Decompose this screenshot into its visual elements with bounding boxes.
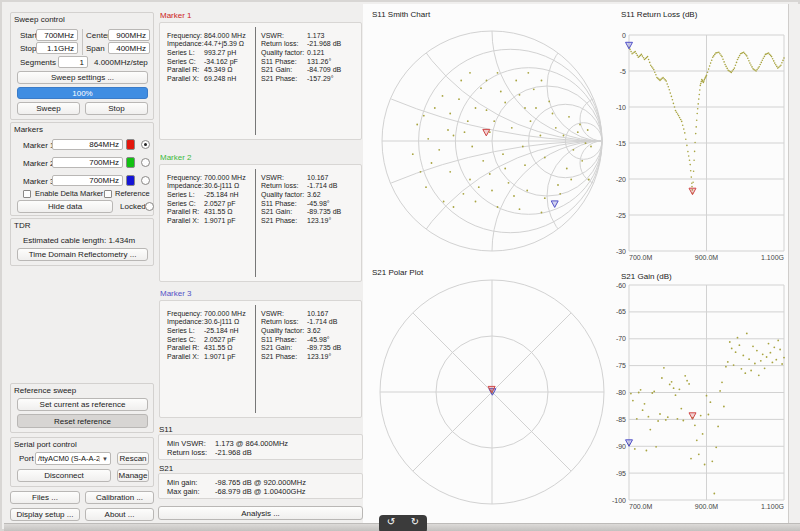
field-row: Return loss:-1.714 dB	[261, 318, 341, 327]
field-row: Frequency:864.000 MHz	[167, 31, 255, 40]
field-row: Parallel X:1.9071 pF	[167, 352, 255, 361]
locked-label: Locked	[120, 202, 146, 211]
disconnect-button[interactable]: Disconnect	[17, 469, 111, 482]
stop-input[interactable]: 1.1GHz	[36, 42, 78, 54]
port-label: Port	[19, 454, 34, 463]
sweep-control-group: Sweep control Start 700MHz Center 900MHz…	[10, 12, 154, 120]
field-row: Parallel R:431.55 Ω	[167, 343, 255, 352]
field-row: Impedance:30.6-j111 Ω	[167, 318, 255, 327]
center-input[interactable]: 900MHz	[108, 29, 150, 41]
svg-text:700.0M: 700.0M	[629, 503, 653, 510]
s11-summary-title: S11	[159, 425, 173, 434]
svg-text:-70: -70	[616, 335, 626, 342]
tdr-button[interactable]: Time Domain Reflectometry ...	[17, 248, 148, 261]
field-row: Quality factor:3.62	[261, 326, 341, 335]
sweep-settings-button[interactable]: Sweep settings ...	[17, 71, 148, 84]
field-row: Min gain:-98.765 dB @ 920.000MHz	[167, 478, 362, 487]
center-label: Center	[86, 31, 110, 40]
marker-3-color-swatch[interactable]	[126, 175, 135, 186]
svg-text:-10: -10	[616, 104, 626, 111]
marker-3-label: Marker 3	[23, 177, 55, 186]
stop-button[interactable]: Stop	[85, 102, 148, 115]
svg-text:-65: -65	[616, 308, 626, 315]
marker-2-frequency-input[interactable]: 700MHz	[52, 157, 123, 168]
field-row: Parallel X:1.9071 pF	[167, 216, 255, 225]
manage-button[interactable]: Manage	[117, 469, 149, 482]
field-row: Series C:-34.162 pF	[167, 57, 255, 66]
svg-text:700.0M: 700.0M	[629, 254, 653, 261]
field-row: VSWR:10.167	[261, 309, 341, 318]
analysis-button[interactable]: Analysis ...	[158, 506, 363, 520]
field-row: Impedance:30.6-j111 Ω	[167, 182, 255, 191]
span-label: Span	[86, 44, 105, 53]
rescan-button[interactable]: Rescan	[117, 452, 149, 465]
field-row: Return loss:-1.714 dB	[261, 182, 341, 191]
s21-polar-plot[interactable]	[365, 266, 623, 524]
marker-3-panel: Frequency:700.000 MHzImpedance:30.6-j111…	[159, 300, 362, 418]
segments-input[interactable]: 1	[58, 56, 88, 68]
marker-2-radio[interactable]	[141, 158, 150, 167]
hide-data-button[interactable]: Hide data	[17, 200, 113, 213]
field-row: Parallel R:431.55 Ω	[167, 207, 255, 216]
svg-text:900.0M: 900.0M	[695, 254, 719, 261]
marker-2-label: Marker 2	[23, 159, 55, 168]
field-row: Series L:-25.184 nH	[167, 326, 255, 335]
field-row: S11 Phase:131.26°	[261, 57, 341, 66]
field-row: Quality factor:0.121	[261, 48, 341, 57]
tdr-title: TDR	[14, 221, 30, 230]
reference-checkbox[interactable]	[104, 190, 112, 198]
start-input[interactable]: 700MHz	[36, 29, 78, 41]
set-reference-button[interactable]: Set current as reference	[17, 398, 148, 411]
marker-2-color-swatch[interactable]	[126, 157, 135, 168]
field-row: S21 Phase:123.19°	[261, 216, 341, 225]
svg-text:-90: -90	[616, 443, 626, 450]
reset-reference-button[interactable]: Reset reference	[17, 414, 148, 428]
chevron-down-icon[interactable]: ▼	[99, 456, 110, 462]
svg-text:-30: -30	[616, 248, 626, 255]
serial-port-group: Serial port control Port /ttyACM0 (S-A-A…	[10, 437, 154, 487]
field-row: S21 Gain:-84.709 dB	[261, 65, 341, 74]
bottom-toolbar[interactable]: ↺ ↻	[379, 515, 427, 531]
svg-text:900.0M: 900.0M	[695, 503, 719, 510]
port-combo-value: /ttyACM0 (S-A-A-2)	[36, 454, 99, 463]
field-row: S21 Phase:123.19°	[261, 352, 341, 361]
calibration-button[interactable]: Calibration ...	[85, 491, 154, 504]
sweep-button[interactable]: Sweep	[17, 102, 80, 115]
marker-1-frequency-input[interactable]: 864MHz	[52, 139, 123, 150]
field-row: S11 Phase:-45.98°	[261, 199, 341, 208]
locked-radio[interactable]	[145, 202, 154, 211]
field-row: Parallel X:69.248 nH	[167, 74, 255, 83]
panel-divider	[255, 27, 256, 135]
marker-2-panel-title: Marker 2	[160, 153, 192, 162]
field-row: Series L:993.27 pH	[167, 48, 255, 57]
field-row: Quality factor:3.62	[261, 190, 341, 199]
marker-1-panel-title: Marker 1	[160, 11, 192, 20]
marker-3-radio[interactable]	[141, 176, 150, 185]
marker-1-radio[interactable]	[141, 140, 150, 149]
app-window: Sweep control Start 700MHz Center 900MHz…	[0, 0, 800, 531]
undo-icon[interactable]: ↺	[387, 516, 395, 528]
s11-smith-chart[interactable]	[365, 4, 623, 266]
files-button[interactable]: Files ...	[10, 491, 80, 504]
markers-group: Markers Marker 1 864MHz Marker 2 700MHz …	[10, 122, 154, 216]
about-button[interactable]: About ...	[85, 508, 154, 521]
port-combo[interactable]: /ttyACM0 (S-A-A-2) ▼	[35, 452, 111, 465]
s11-return-loss-chart[interactable]: 0-5-10-15-20-25-30700.0M900.0M1.100G	[610, 4, 790, 266]
s21-summary-box: Min gain:-98.765 dB @ 920.000MHzMax gain…	[158, 473, 363, 499]
s21-gain-chart[interactable]: -60-65-70-75-80-85-90-95-100700.0M900.0M…	[610, 266, 790, 524]
redo-icon[interactable]: ↻	[411, 516, 419, 528]
cable-length-label: Estimated cable length: 1.434m	[23, 236, 135, 245]
marker-1-panel: Frequency:864.000 MHzImpedance:44.7+j5.3…	[159, 22, 362, 140]
display-setup-button[interactable]: Display setup ...	[10, 508, 80, 521]
field-row: Impedance:44.7+j5.39 Ω	[167, 40, 255, 49]
marker-3-panel-title: Marker 3	[160, 289, 192, 298]
marker-3-frequency-input[interactable]: 700MHz	[52, 175, 123, 186]
svg-text:-15: -15	[616, 140, 626, 147]
marker-2-panel: Frequency:700.000 MHzImpedance:30.6-j111…	[159, 164, 362, 282]
marker-1-color-swatch[interactable]	[126, 139, 135, 150]
svg-text:-25: -25	[616, 212, 626, 219]
start-label: Start	[20, 31, 37, 40]
delta-marker-checkbox[interactable]	[23, 190, 31, 198]
reference-sweep-group: Reference sweep Set current as reference…	[10, 383, 154, 433]
span-input[interactable]: 400MHz	[108, 42, 150, 54]
